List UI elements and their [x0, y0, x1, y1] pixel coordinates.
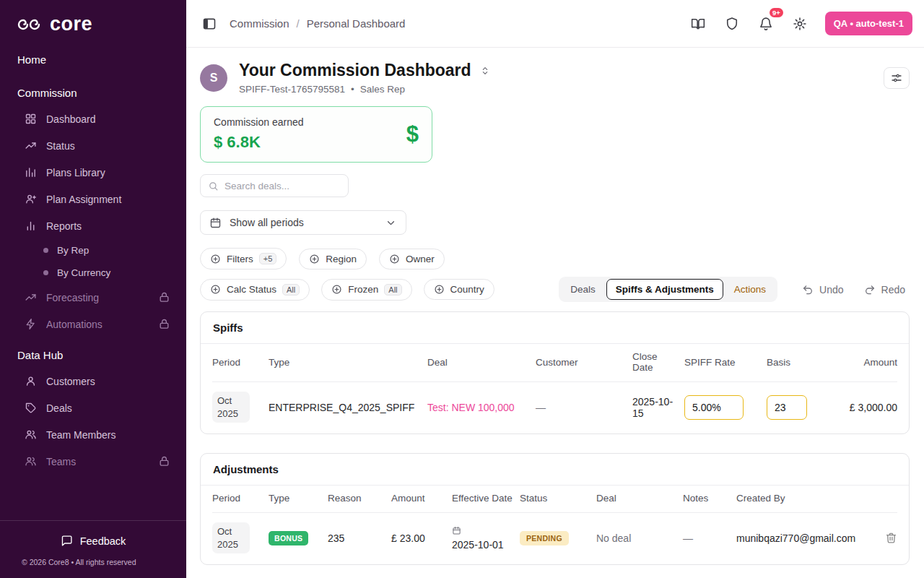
- sidebar-item-plans-library[interactable]: Plans Library: [0, 159, 186, 186]
- sidebar-section-data-hub[interactable]: Data Hub: [0, 337, 186, 368]
- created-by-cell: munibqazi770@gmail.com: [736, 532, 867, 544]
- rep-role: Sales Rep: [360, 84, 405, 95]
- dollar-icon: $: [406, 123, 419, 145]
- sidebar-item-team-members[interactable]: Team Members: [0, 421, 186, 448]
- plus-circle-icon: [210, 284, 221, 295]
- tab-actions[interactable]: Actions: [725, 279, 775, 300]
- sidebar-item-label: By Rep: [57, 245, 89, 256]
- page-subtitle: SPIFF-Test-1765795581 • Sales Rep: [239, 84, 491, 95]
- redo-button[interactable]: Redo: [860, 280, 910, 300]
- deal-link[interactable]: Test: NEW 100,000: [427, 402, 530, 413]
- customer-cell: —: [536, 402, 627, 413]
- search-input[interactable]: [225, 181, 341, 191]
- page-header: S Your Commission Dashboard SPIFF-Test-1…: [200, 48, 910, 105]
- security-button[interactable]: [720, 12, 744, 35]
- adjustments-table-row: Oct 2025 BONUS 235 £ 23.00 2025-10-01 PE…: [212, 513, 897, 564]
- period-select[interactable]: Show all periods: [200, 210, 406, 235]
- calc-status-filter-button[interactable]: Calc Status All: [200, 279, 310, 301]
- gear-icon: [793, 17, 807, 31]
- shield-icon: [725, 17, 739, 31]
- period-badge: Oct 2025: [212, 392, 250, 423]
- sidebar-item-forecasting[interactable]: Forecasting: [0, 284, 186, 311]
- sidebar-item-automations[interactable]: Automations: [0, 311, 186, 337]
- col-period: Period: [212, 357, 263, 368]
- frozen-filter-button[interactable]: Frozen All: [321, 279, 411, 301]
- col-amount: Amount: [847, 357, 897, 368]
- tag-icon: [25, 402, 37, 414]
- sidebar-toggle-button[interactable]: [198, 12, 221, 35]
- sidebar-item-teams[interactable]: Teams: [0, 448, 186, 475]
- status-badge: PENDING: [520, 531, 569, 545]
- book-open-icon: [691, 17, 705, 31]
- copyright-text: © 2026 Core8 • All rights reserved: [0, 553, 186, 574]
- undo-button[interactable]: Undo: [798, 280, 847, 300]
- owner-filter-label: Owner: [406, 254, 435, 264]
- breadcrumb: Commission / Personal Dashboard: [230, 17, 405, 30]
- dashboard-switcher-button[interactable]: [479, 65, 491, 77]
- redo-icon: [864, 284, 876, 296]
- sidebar-item-by-rep[interactable]: By Rep: [0, 239, 186, 262]
- col-status: Status: [520, 493, 590, 504]
- breadcrumb-commission[interactable]: Commission: [230, 17, 289, 30]
- country-filter-button[interactable]: Country: [424, 279, 494, 300]
- basis-input[interactable]: [767, 395, 807, 420]
- controls-row: Calc Status All Frozen All Country Deals…: [200, 277, 910, 302]
- tab-spiffs-adjustments[interactable]: Spiffs & Adjustments: [606, 279, 723, 300]
- users-icon: [25, 428, 37, 441]
- search-box: [200, 174, 349, 197]
- region-filter-button[interactable]: Region: [299, 249, 367, 269]
- spiff-rate-input[interactable]: [684, 395, 744, 420]
- undo-label: Undo: [819, 284, 843, 296]
- tab-deals[interactable]: Deals: [561, 279, 605, 300]
- sidebar-item-home[interactable]: Home: [0, 44, 186, 75]
- delete-adjustment-button[interactable]: [873, 532, 897, 544]
- avatar: S: [200, 64, 227, 92]
- effective-date-cell: 2025-10-01: [452, 526, 514, 551]
- sidebar-item-label: Plans Library: [46, 167, 105, 178]
- environment-badge[interactable]: QA • auto-test-1: [825, 12, 912, 35]
- panel-left-icon: [202, 17, 217, 31]
- sidebar-item-label: Automations: [46, 319, 103, 330]
- dashboard-settings-button[interactable]: [884, 67, 910, 89]
- sidebar-item-label: Plan Assignment: [46, 194, 121, 205]
- col-type: Type: [269, 357, 422, 368]
- sidebar-item-reports[interactable]: Reports: [0, 212, 186, 239]
- feedback-button[interactable]: Feedback: [0, 528, 186, 553]
- undo-icon: [802, 284, 814, 296]
- docs-button[interactable]: [687, 12, 710, 35]
- breadcrumb-personal-dashboard[interactable]: Personal Dashboard: [307, 17, 406, 30]
- sidebar-footer: Feedback © 2026 Core8 • All rights reser…: [0, 520, 186, 578]
- owner-filter-button[interactable]: Owner: [379, 249, 445, 269]
- col-deal: Deal: [596, 493, 677, 504]
- adjustments-title: Adjustments: [201, 454, 909, 486]
- sidebar-item-label: Reports: [46, 220, 82, 232]
- sidebar-item-by-currency[interactable]: By Currency: [0, 262, 186, 284]
- col-customer: Customer: [536, 357, 627, 368]
- notifications-button[interactable]: 9+: [754, 12, 777, 35]
- sidebar-item-plan-assignment[interactable]: Plan Assignment: [0, 186, 186, 212]
- spiff-type-cell: ENTERPRISE_Q4_2025_SPIFF: [269, 402, 422, 413]
- plus-circle-icon: [434, 284, 445, 295]
- settings-button[interactable]: [788, 12, 811, 35]
- filters-count-badge: +5: [259, 253, 277, 264]
- sidebar-item-dashboard[interactable]: Dashboard: [0, 105, 186, 132]
- notes-cell: —: [683, 532, 731, 544]
- spiffs-table-header: Period Type Deal Customer Close Date SPI…: [212, 344, 897, 382]
- col-reason: Reason: [328, 493, 385, 504]
- logo-text: core: [50, 13, 92, 35]
- filters-row: Filters +5 Region Owner: [200, 248, 910, 269]
- lock-icon: [158, 291, 170, 303]
- topbar-actions: 9+ QA • auto-test-1: [687, 12, 912, 35]
- filters-label: Filters: [227, 254, 253, 264]
- sidebar-item-deals[interactable]: Deals: [0, 394, 186, 421]
- sidebar-section-commission[interactable]: Commission: [0, 75, 186, 105]
- region-filter-label: Region: [326, 254, 357, 264]
- spiffs-table-row: Oct 2025 ENTERPRISE_Q4_2025_SPIFF Test: …: [212, 382, 897, 434]
- effective-date-value: 2025-10-01: [452, 539, 504, 551]
- sidebar-item-status[interactable]: Status: [0, 132, 186, 159]
- bars-icon: [25, 166, 37, 178]
- bullet-icon: [43, 270, 48, 275]
- col-effective-date: Effective Date: [452, 493, 514, 504]
- sidebar-item-customers[interactable]: Customers: [0, 368, 186, 394]
- filters-button[interactable]: Filters +5: [200, 248, 287, 269]
